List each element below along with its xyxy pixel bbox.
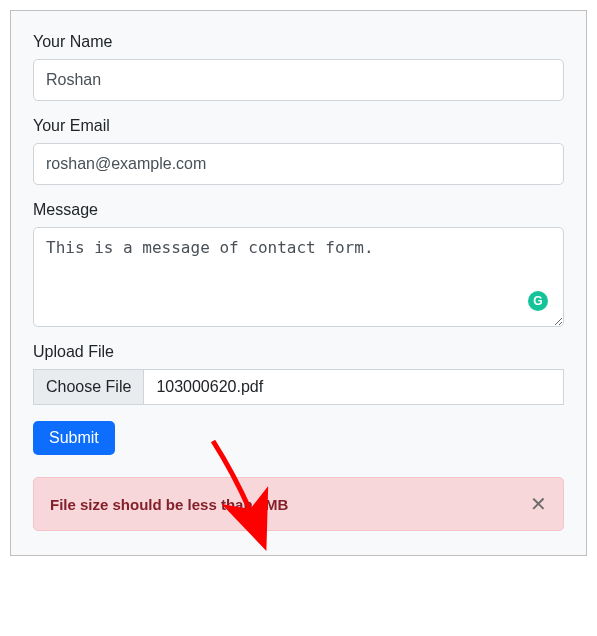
message-label: Message: [33, 201, 564, 219]
file-input-row[interactable]: Choose File 103000620.pdf: [33, 369, 564, 405]
submit-button[interactable]: Submit: [33, 421, 115, 455]
contact-form-card: Your Name Your Email Message G Upload Fi…: [10, 10, 587, 556]
error-alert: File size should be less than 2MB ✕: [33, 477, 564, 531]
email-input[interactable]: [33, 143, 564, 185]
textarea-wrap: G: [33, 227, 564, 327]
selected-file-name: 103000620.pdf: [144, 370, 563, 404]
message-group: Message G: [33, 201, 564, 327]
upload-group: Upload File Choose File 103000620.pdf: [33, 343, 564, 405]
upload-label: Upload File: [33, 343, 564, 361]
choose-file-button[interactable]: Choose File: [34, 370, 144, 404]
name-label: Your Name: [33, 33, 564, 51]
message-textarea[interactable]: [33, 227, 564, 327]
error-alert-text: File size should be less than 2MB: [50, 496, 288, 513]
email-label: Your Email: [33, 117, 564, 135]
name-input[interactable]: [33, 59, 564, 101]
name-group: Your Name: [33, 33, 564, 101]
email-group: Your Email: [33, 117, 564, 185]
close-icon[interactable]: ✕: [530, 494, 547, 514]
submit-row: Submit: [33, 421, 564, 455]
